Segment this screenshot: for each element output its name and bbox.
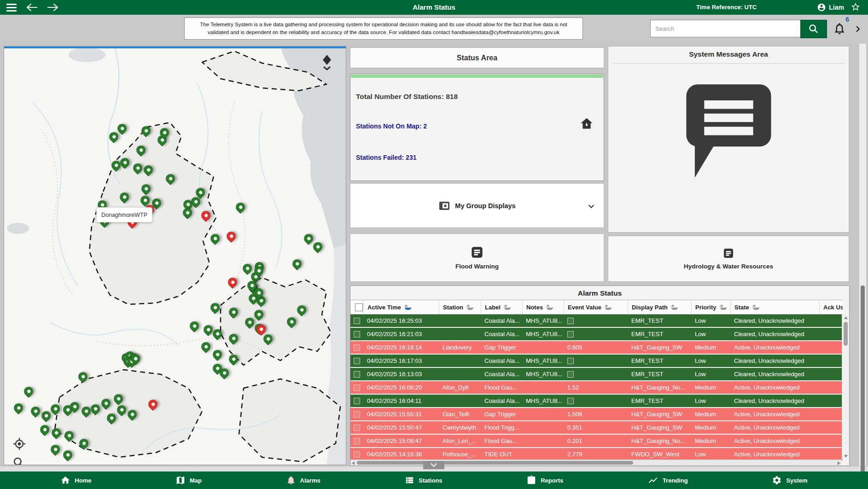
table-vertical-scrollbar[interactable] <box>842 314 849 460</box>
row-checkbox[interactable] <box>354 438 360 444</box>
event-value-checkbox[interactable] <box>567 318 574 324</box>
row-checkbox[interactable] <box>354 358 360 364</box>
table-row[interactable]: 04/02/2025 16:18:14LlandoveryGap Trigger… <box>350 341 843 355</box>
nav-item-system[interactable]: System <box>772 475 807 485</box>
table-row[interactable]: 04/02/2025 16:13:03Coastal Ala...MHS_ATU… <box>350 368 843 381</box>
table-row[interactable]: 04/02/2025 16:17:03Coastal Ala...MHS_ATU… <box>350 355 843 368</box>
map-pin-green[interactable] <box>209 301 221 314</box>
page-scroll-thumb[interactable] <box>861 285 865 489</box>
map-pin-green[interactable] <box>49 402 62 415</box>
map-pin-green[interactable] <box>164 172 177 185</box>
map-pin-green[interactable] <box>295 303 308 316</box>
chevron-right-icon[interactable] <box>852 23 864 35</box>
search-button[interactable] <box>800 20 827 38</box>
scroll-left-arrow[interactable] <box>352 461 355 465</box>
column-header-ack-use[interactable]: Ack Use <box>819 300 843 314</box>
scroll-down-arrow[interactable] <box>844 455 848 458</box>
column-header-station[interactable]: Station <box>439 300 481 314</box>
map-pin-green[interactable] <box>12 402 25 414</box>
nav-item-stations[interactable]: Stations <box>404 475 442 485</box>
map-pin-green[interactable] <box>227 332 240 345</box>
my-group-displays-button[interactable]: My Group Displays <box>350 183 604 228</box>
map-pin-green[interactable] <box>107 130 120 143</box>
row-checkbox[interactable] <box>354 384 360 391</box>
map-pin-green[interactable] <box>285 315 298 328</box>
map-pin-green[interactable] <box>234 201 247 214</box>
map-pin-green[interactable] <box>49 443 62 456</box>
row-checkbox[interactable] <box>354 331 360 338</box>
map-pin-green[interactable] <box>188 320 201 332</box>
column-header-label[interactable]: Label <box>481 300 522 314</box>
nav-item-home[interactable]: Home <box>60 475 91 485</box>
column-header-notes[interactable]: Notes <box>522 300 564 314</box>
event-value-checkbox[interactable] <box>567 398 574 404</box>
map-pin-green[interactable] <box>77 437 90 450</box>
row-checkbox[interactable] <box>354 318 360 324</box>
map-pin-green[interactable] <box>291 257 303 270</box>
row-checkbox[interactable] <box>354 411 360 418</box>
map-pin-green[interactable] <box>131 162 144 175</box>
table-row[interactable]: 04/02/2025 15:08:47Afon_Leri_...Flood Ga… <box>350 435 843 448</box>
nav-item-map[interactable]: Map <box>175 475 202 485</box>
table-row[interactable]: 04/02/2025 16:21:03Coastal Ala...MHS_ATU… <box>350 328 843 341</box>
select-all-checkbox[interactable] <box>355 303 363 311</box>
map-pin-red[interactable] <box>225 230 238 243</box>
vertical-scroll-thumb[interactable] <box>844 322 848 346</box>
map-pin-green[interactable] <box>76 370 89 383</box>
search-input[interactable] <box>650 20 800 37</box>
map-pin-green[interactable] <box>241 262 254 275</box>
map-pin-green[interactable] <box>227 306 240 319</box>
row-checkbox[interactable] <box>354 398 360 404</box>
column-header-state[interactable]: State <box>730 300 819 314</box>
home-water-icon[interactable] <box>580 116 594 130</box>
map-pin-red[interactable] <box>226 276 239 289</box>
table-row[interactable]: 04/02/2025 16:04:11Coastal Ala...MHS_ATU… <box>350 395 843 408</box>
map-pin-green[interactable] <box>311 240 324 253</box>
scroll-up-arrow[interactable] <box>844 316 848 319</box>
row-checkbox[interactable] <box>354 451 360 458</box>
map-pin-green[interactable] <box>262 332 274 345</box>
nav-item-reports[interactable]: Reports <box>526 475 563 485</box>
map-pin-green[interactable] <box>105 412 118 425</box>
hydrology-water-resources-button[interactable]: Hydrology & Water Resources <box>608 236 849 282</box>
map-pin-green[interactable] <box>50 426 63 439</box>
map-pin-green[interactable] <box>227 353 240 366</box>
column-header-active-time[interactable]: Active Time <box>363 300 439 314</box>
map-pin-green[interactable] <box>140 182 152 195</box>
event-value-checkbox[interactable] <box>567 331 574 338</box>
map-pin-green[interactable] <box>211 348 224 361</box>
map-pin-green[interactable] <box>63 429 76 442</box>
horizontal-scroll-thumb[interactable] <box>357 461 633 465</box>
user-menu[interactable]: Liam <box>817 0 844 15</box>
map-pin-green[interactable] <box>134 144 147 157</box>
collapse-panel-tab[interactable] <box>423 461 444 469</box>
row-checkbox[interactable] <box>354 344 360 351</box>
column-header-priority[interactable]: Priority <box>691 300 730 314</box>
row-checkbox[interactable] <box>354 371 360 378</box>
nav-item-trending[interactable]: Trending <box>647 475 688 485</box>
map-pin-green[interactable] <box>142 163 155 176</box>
table-row[interactable]: 04/02/2025 16:08:20Afon_DyfiFlood Gau...… <box>350 381 843 395</box>
map-layers-control-icon[interactable] <box>321 54 333 72</box>
map-pin-green[interactable] <box>199 340 212 353</box>
map-pin-green[interactable] <box>140 124 152 137</box>
map-pin-green[interactable] <box>209 232 221 245</box>
notifications-bell[interactable]: 6 <box>833 21 848 40</box>
map-pin-green[interactable] <box>126 408 139 421</box>
row-checkbox[interactable] <box>354 425 360 431</box>
map-pin-green[interactable] <box>118 191 131 204</box>
map-pin-green[interactable] <box>115 403 128 416</box>
map-pin-green[interactable] <box>40 409 52 422</box>
event-value-checkbox[interactable] <box>567 371 574 378</box>
map-search-icon[interactable] <box>12 456 25 465</box>
map-pin-green[interactable] <box>61 448 74 461</box>
map-pin-green[interactable] <box>22 385 35 398</box>
scroll-right-arrow[interactable] <box>838 461 840 465</box>
map-pin-green[interactable] <box>89 402 102 415</box>
map-pin-green[interactable] <box>252 308 265 321</box>
page-scrollbar[interactable] <box>859 44 866 466</box>
table-row[interactable]: 04/02/2025 15:55:31Glan_TeifiGap Trigger… <box>350 408 843 421</box>
map-pin-red[interactable] <box>199 209 212 222</box>
table-row[interactable]: 04/02/2025 15:50:47CwmystwythFlood Trigg… <box>350 421 843 435</box>
column-header-event-value[interactable]: Event Value <box>564 300 628 314</box>
